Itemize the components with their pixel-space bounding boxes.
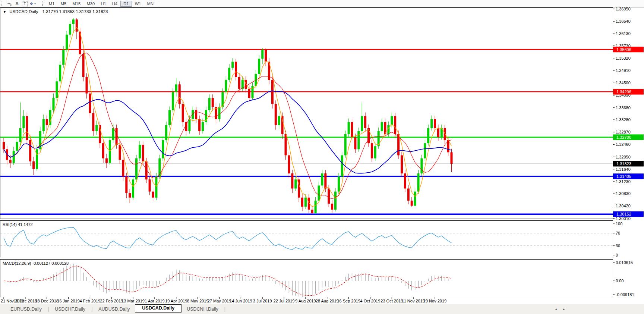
candle-body: [36, 149, 38, 169]
timeframe-button-m1[interactable]: M1: [46, 1, 58, 7]
candle-body: [407, 189, 410, 201]
candle-body: [354, 137, 356, 149]
tab-usdchf[interactable]: USDCHF,Daily: [50, 305, 91, 313]
candle-body: [168, 110, 171, 125]
text-label-tool-button[interactable]: T: [21, 1, 28, 7]
candle-body: [152, 192, 154, 198]
date-tick-label: 13 Mar 2019: [121, 299, 145, 303]
candle-body: [105, 158, 108, 163]
candle-body: [374, 146, 376, 158]
horizontal-levels: [0, 50, 613, 214]
candle-body: [318, 185, 320, 200]
candle-body: [125, 176, 127, 193]
date-axis: 21 Nov 201810 Dec 201828 Dec 201816 Jan …: [1, 297, 446, 303]
candle-body: [381, 122, 383, 131]
candle-body: [341, 156, 343, 177]
fibonacci-tool-button[interactable]: F: [6, 1, 13, 7]
chart-tabs: EURUSD,Daily|USDCHF,Daily|AUDUSD,DailyUS…: [5, 305, 226, 313]
candle-body: [158, 158, 161, 177]
text-tool-button[interactable]: A: [13, 1, 20, 7]
price-tick-label: 1.30830: [616, 191, 631, 196]
tab-separator: |: [91, 307, 93, 312]
rsi-line: [4, 227, 452, 250]
price-tick-label: 1.34910: [616, 68, 631, 73]
candle-body: [179, 84, 181, 104]
timeframe-button-m30[interactable]: M30: [83, 1, 98, 7]
toolbar-drag-handle[interactable]: [1, 1, 3, 6]
candle-body: [420, 158, 423, 173]
candle-body: [348, 122, 350, 134]
candle-body: [202, 122, 204, 131]
candle-body: [95, 125, 98, 131]
price-tick-label: 1.32870: [616, 130, 631, 134]
timeframe-button-mn[interactable]: MN: [144, 1, 157, 7]
timeframe-button-m5[interactable]: M5: [58, 1, 70, 7]
candle-body: [29, 140, 31, 161]
candle-body: [225, 80, 227, 92]
timeframe-button-m15[interactable]: M15: [69, 1, 83, 7]
date-tick-label: 29 Nov 2019: [423, 299, 446, 303]
toolbar-drag-handle[interactable]: [42, 1, 44, 6]
timeframe-button-w1[interactable]: W1: [132, 1, 144, 7]
ohlc-values: 1.31770 1.31853 1.31733 1.31823: [42, 9, 108, 14]
candle-body: [357, 131, 360, 150]
candle-body: [132, 179, 134, 198]
price-badge-label: 1.31405: [616, 174, 631, 179]
date-tick-label: 28 Aug 2019: [316, 299, 339, 303]
candle-body: [26, 116, 28, 140]
macd-panel: 0.0106150.00-0.009181: [4, 260, 634, 297]
candle-body: [13, 151, 15, 163]
candle-body: [112, 128, 114, 140]
tab-scroll-left-icon[interactable]: ◄: [555, 308, 558, 311]
rsi-tick-label: 100: [616, 222, 622, 226]
rsi-tick-label: 30: [616, 244, 620, 248]
date-tick-label: 28 Dec 2018: [35, 299, 59, 303]
price-tick-label: 1.36950: [616, 7, 631, 11]
tab-separator: |: [47, 307, 50, 312]
candle-body: [238, 77, 240, 89]
tab-scroll-arrows: ◄ ►: [555, 308, 565, 311]
candle-body: [328, 189, 330, 204]
price-badge-label: 1.35606: [616, 47, 631, 52]
date-tick-label: 4 Feb 2019: [80, 299, 101, 303]
candle-body: [162, 140, 164, 158]
macd-indicator-label: MACD(12,26,9) -0.001127 0.000128: [3, 261, 69, 266]
toolbar-separator: [39, 1, 39, 6]
tab-audusd[interactable]: AUDUSD,Daily: [93, 305, 135, 313]
candle-body: [185, 122, 187, 131]
collapse-icon[interactable]: ▼: [3, 10, 6, 14]
shapes-tool-button[interactable]: ❖▾: [29, 1, 36, 7]
price-badge-label: 1.30152: [616, 212, 631, 216]
date-tick-label: 3 Jul 2019: [253, 299, 272, 303]
tab-eurusd[interactable]: EURUSD,Daily: [5, 305, 47, 313]
candle-body: [411, 201, 413, 206]
candle-body: [72, 19, 75, 24]
candle-body: [265, 50, 267, 62]
timeframe-button-d1[interactable]: D1: [120, 1, 132, 7]
candle-body: [258, 59, 260, 74]
price-tick-label: 1.33280: [616, 117, 631, 122]
macd-tick-label: 0.00: [616, 279, 624, 283]
candle-body: [165, 125, 167, 140]
candle-body: [351, 122, 353, 137]
tab-usdcad[interactable]: USDCAD,Daily: [135, 304, 181, 313]
candle-body: [212, 98, 214, 107]
candle-body: [46, 119, 48, 125]
candle-body: [22, 116, 25, 128]
candle-body: [321, 173, 323, 185]
ma-fast: [4, 28, 452, 207]
candle-body: [248, 89, 250, 98]
symbol-period-label: USDCAD,Daily: [9, 9, 38, 14]
tab-scroll-right-icon[interactable]: ►: [562, 308, 565, 311]
candle-body: [430, 119, 433, 128]
timeframe-button-h1[interactable]: H1: [98, 1, 109, 7]
timeframe-button-h4[interactable]: H4: [109, 1, 120, 7]
candle-body: [82, 54, 85, 77]
chart-window[interactable]: ▼ USDCAD,Daily 1.31770 1.31853 1.31733 1…: [0, 7, 644, 304]
candlesticks: [3, 18, 453, 214]
shapes-icon: ❖: [29, 1, 33, 6]
candle-body: [129, 193, 131, 198]
price-tick-label: 1.30420: [616, 204, 631, 208]
tab-usdcnh[interactable]: USDCNH,Daily: [181, 305, 224, 313]
candle-body: [172, 92, 174, 110]
